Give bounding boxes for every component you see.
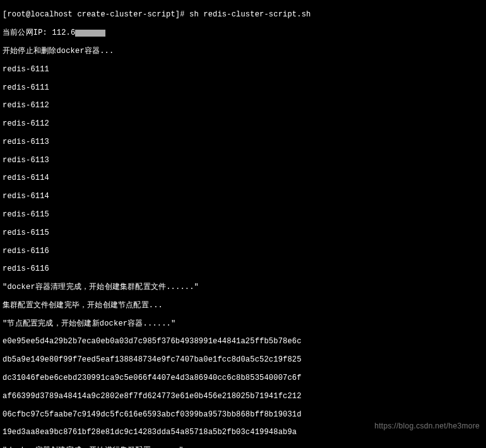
msg-node-done: "节点配置完成，开始创建新docker容器......"	[3, 319, 483, 328]
watermark-text: https://blog.csdn.net/he3more	[374, 421, 480, 430]
redis-line: redis-6115	[3, 228, 483, 237]
ip-line: 当前公网IP: 112.6	[3, 28, 483, 37]
msg-cleanup: "docker容器清理完成，开始创建集群配置文件......"	[3, 283, 483, 292]
redis-line: redis-6112	[3, 119, 483, 128]
redis-line: redis-6112	[3, 101, 483, 110]
redis-line: redis-6116	[3, 264, 483, 273]
msg-config-done: 集群配置文件创建完毕，开始创建节点配置...	[3, 301, 483, 310]
redis-line: redis-6113	[3, 138, 483, 146]
hash-line: 06cfbc97c5faabe7c9149dc5fc616e6593abcf03…	[3, 410, 483, 419]
hash-line: af66399d3789a48414a9c2802e8f7fd624773e61…	[3, 392, 483, 401]
redis-line: redis-6115	[3, 210, 483, 219]
hash-line: db5a9e149e80f99f7eed5eaf138848734e9fc740…	[3, 355, 483, 364]
masked-ip	[75, 30, 105, 37]
msg-stop-delete: 开始停止和删除docker容器...	[3, 47, 483, 56]
redis-line: redis-6113	[3, 156, 483, 165]
redis-line: redis-6111	[3, 83, 483, 92]
terminal-output[interactable]: [root@localhost create-cluster-script]# …	[3, 1, 483, 448]
hash-line: e0e95ee5d4a29b2b7eca0eb0a03d7c985f376b49…	[3, 337, 483, 346]
hash-line: dc31046febe6cebd230991ca9c5e066f4407e4d3…	[3, 374, 483, 382]
redis-line: redis-6114	[3, 192, 483, 201]
shell-prompt: [root@localhost create-cluster-script]# …	[3, 10, 483, 19]
redis-line: redis-6116	[3, 247, 483, 256]
redis-line: redis-6111	[3, 65, 483, 74]
redis-line: redis-6114	[3, 174, 483, 182]
